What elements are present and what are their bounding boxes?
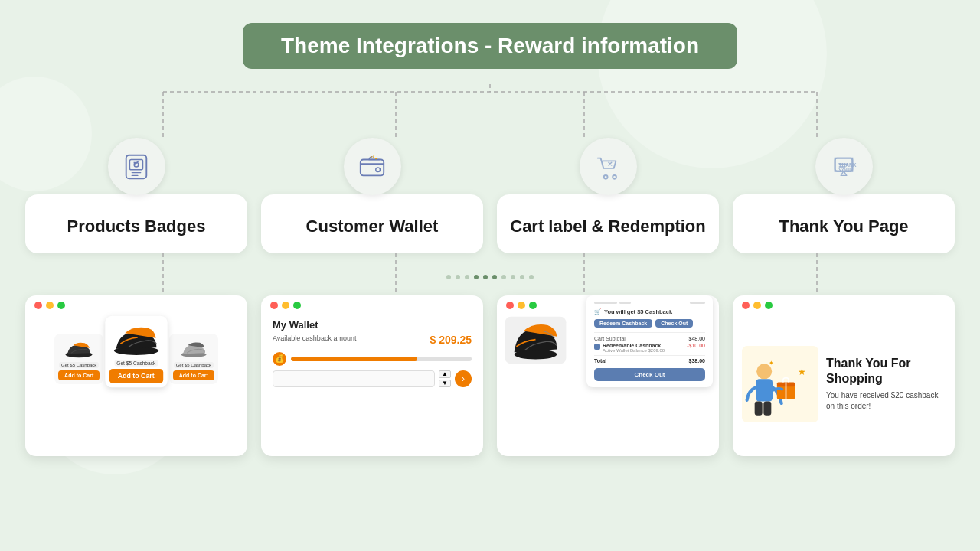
cart-checkbox[interactable] bbox=[594, 344, 600, 350]
wallet-icon-sm: 💰 bbox=[273, 352, 286, 366]
cart-action-btns: Redeem Cashback Check Out bbox=[594, 319, 705, 328]
products-preview-content: Get $5 Cashback Add to Cart Get $5 Cashb… bbox=[25, 315, 247, 388]
dot-9 bbox=[520, 275, 524, 279]
cashback-msg: You will get $5 Cashback bbox=[604, 308, 672, 315]
svg-text:YOU!: YOU! bbox=[838, 167, 851, 172]
wallet-bar-row: 💰 bbox=[273, 352, 472, 366]
svg-text:★: ★ bbox=[798, 366, 806, 376]
customer-wallet-section: Customer Wallet bbox=[261, 138, 483, 253]
redeemable-label: Redeemable Cashback bbox=[603, 343, 665, 348]
dot-red-1 bbox=[34, 302, 42, 309]
page-title: Theme Integrations - Reward information bbox=[281, 34, 699, 58]
dot-1 bbox=[446, 275, 451, 279]
cashback-info-row: 🛒 You will get $5 Cashback bbox=[594, 308, 705, 315]
wallet-progress-bar bbox=[291, 357, 472, 361]
svg-point-10 bbox=[376, 167, 381, 171]
cart-label-label: Cart label & Redemption bbox=[510, 216, 705, 238]
main-container: Theme Integrations - Reward information bbox=[0, 0, 980, 551]
dot-6 bbox=[492, 275, 497, 279]
cart-loading-lines bbox=[594, 302, 705, 304]
cart-shoe-svg bbox=[503, 315, 568, 365]
products-badges-preview: Get $5 Cashback Add to Cart Get $5 Cashb… bbox=[25, 295, 247, 456]
dot-green-2 bbox=[293, 302, 301, 309]
cart-label-icon-circle bbox=[580, 138, 637, 195]
customer-wallet-icon-circle bbox=[344, 138, 401, 195]
cart-label-section: Cart label & Redemption bbox=[497, 138, 719, 253]
cart-label-preview: 🛒 You will get $5 Cashback Redeem Cashba… bbox=[497, 295, 719, 456]
svg-text:✦: ✦ bbox=[769, 359, 774, 367]
wallet-title: My Wallet bbox=[273, 319, 472, 331]
svg-rect-28 bbox=[755, 401, 763, 415]
products-badges-icon-circle bbox=[108, 138, 165, 195]
dot-7 bbox=[501, 275, 506, 279]
cart-total-row: Total $38.00 bbox=[594, 358, 705, 364]
customer-wallet-card: Customer Wallet bbox=[261, 194, 483, 253]
add-to-cart-btn-3[interactable]: Add to Cart bbox=[173, 370, 214, 380]
redeem-cashback-btn[interactable]: Redeem Cashback bbox=[594, 319, 652, 328]
cart-checkout-final-btn[interactable]: Check Out bbox=[594, 368, 705, 381]
wallet-bar-fill bbox=[291, 357, 417, 361]
cashback-badge-1: Get $5 Cashback bbox=[59, 362, 99, 368]
svg-point-11 bbox=[604, 174, 608, 178]
dot-yellow-2 bbox=[282, 302, 289, 309]
customer-wallet-preview: My Wallet Available cashback amount $ 20… bbox=[261, 295, 483, 456]
cart-popup: 🛒 You will get $5 Cashback Redeem Cashba… bbox=[586, 295, 713, 387]
window-chrome-1 bbox=[25, 295, 247, 315]
dot-red-3 bbox=[506, 302, 514, 309]
badge-icon bbox=[122, 152, 151, 181]
title-bar: Theme Integrations - Reward information bbox=[243, 23, 737, 69]
dot-4 bbox=[474, 275, 479, 279]
total-value: $38.00 bbox=[689, 358, 705, 364]
products-badges-section: Products Badges bbox=[25, 138, 247, 253]
checkout-btn[interactable]: Check Out bbox=[655, 319, 693, 328]
dot-red-4 bbox=[742, 302, 750, 309]
window-chrome-4 bbox=[733, 295, 955, 315]
stepper-down[interactable]: ▼ bbox=[439, 380, 451, 387]
add-to-cart-btn-2[interactable]: Add to Cart bbox=[109, 369, 163, 383]
wallet-amount: $ 209.25 bbox=[430, 334, 472, 346]
thankyou-preview-content: ★ ✦ Thank You For Shopping You have rece… bbox=[733, 315, 955, 453]
subtotal-value: $48.00 bbox=[689, 336, 705, 341]
wallet-input-row: ▲ ▼ › bbox=[273, 370, 472, 387]
dot-yellow-1 bbox=[46, 302, 54, 309]
thank-you-card: Thank You Page bbox=[733, 194, 955, 253]
thank-you-section: THANK YOU! Thank You Page bbox=[733, 138, 955, 253]
tree-connector bbox=[23, 84, 957, 138]
redeemable-sub: Active Wallet Balance $209.00 bbox=[603, 348, 665, 353]
product-item-1: Get $5 Cashback Add to Cart bbox=[54, 334, 103, 384]
svg-rect-9 bbox=[361, 159, 384, 175]
thank-you-icon-circle: THANK YOU! bbox=[815, 138, 873, 195]
thankyou-heading: Thank You For Shopping bbox=[826, 356, 946, 385]
dot-3 bbox=[465, 275, 469, 279]
wallet-amount-input[interactable] bbox=[273, 370, 435, 387]
svg-point-12 bbox=[612, 174, 616, 178]
dot-green-3 bbox=[529, 302, 537, 309]
dot-2 bbox=[456, 275, 460, 279]
wallet-apply-btn[interactable]: › bbox=[455, 370, 472, 387]
shoe-svg-1 bbox=[64, 337, 94, 360]
product-item-2: Get $5 Cashback Add to Cart bbox=[106, 315, 168, 387]
thankyou-illustration: ★ ✦ bbox=[742, 346, 818, 422]
add-to-cart-btn-1[interactable]: Add to Cart bbox=[58, 370, 100, 380]
svg-rect-7 bbox=[129, 159, 142, 169]
dot-5 bbox=[483, 275, 488, 279]
cashback-badge-3: Get $5 Cashback bbox=[174, 362, 214, 368]
svg-rect-29 bbox=[763, 401, 771, 415]
redeemable-value: -$10.00 bbox=[687, 343, 705, 348]
shoe-svg-2 bbox=[111, 320, 162, 358]
wallet-icon bbox=[358, 152, 387, 181]
cart-icon bbox=[593, 152, 622, 181]
cart-icon-sm: 🛒 bbox=[594, 308, 601, 315]
product-item-3: Get $5 Cashback Add to Cart bbox=[169, 334, 218, 384]
dot-yellow-4 bbox=[753, 302, 761, 309]
stepper-up[interactable]: ▲ bbox=[439, 370, 451, 378]
dot-yellow-3 bbox=[518, 302, 525, 309]
cart-preview-inner: 🛒 You will get $5 Cashback Redeem Cashba… bbox=[497, 315, 719, 371]
thankyou-sub: You have received $20 cashback on this o… bbox=[826, 390, 946, 412]
dot-red-2 bbox=[270, 302, 278, 309]
products-badges-label: Products Badges bbox=[67, 216, 206, 238]
subtotal-label: Cart Subtotal bbox=[594, 336, 626, 341]
thankyou-icon: THANK YOU! bbox=[829, 152, 858, 181]
customer-wallet-label: Customer Wallet bbox=[306, 216, 439, 238]
preview-cards-row: Get $5 Cashback Add to Cart Get $5 Cashb… bbox=[23, 295, 957, 456]
